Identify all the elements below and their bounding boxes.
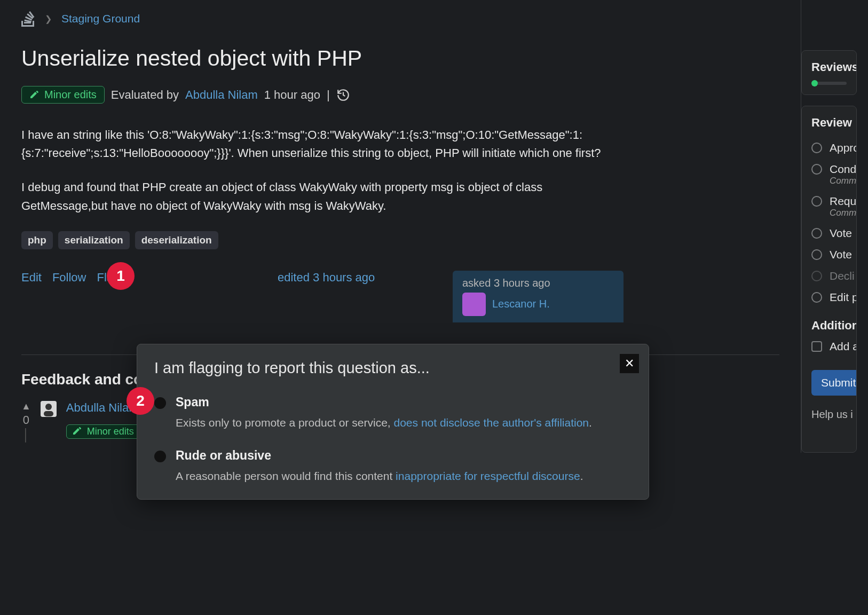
vote-line: │ <box>22 428 30 442</box>
chevron-right-icon: ❯ <box>45 14 52 24</box>
flag-opt-desc: A reasonable person would find this cont… <box>176 468 583 484</box>
history-icon[interactable] <box>336 88 350 102</box>
review-opt-request[interactable]: RequComm <box>811 195 847 218</box>
question-title: Unserialize nested object with PHP <box>21 45 779 72</box>
reviews-title: Reviews <box>811 60 847 74</box>
review-panel-title: Review <box>811 116 847 130</box>
close-button[interactable]: ✕ <box>620 354 639 373</box>
pencil-icon <box>72 427 82 436</box>
reviews-panel: Reviews <box>801 50 857 95</box>
review-opt-vote2[interactable]: Vote <box>811 248 847 261</box>
breadcrumb: ❯ Staging Ground <box>21 11 779 27</box>
right-sidebar: Reviews Review Appro CondComm RequComm V… <box>801 0 857 453</box>
review-opt-decline: Decli <box>811 270 847 282</box>
review-opt-conditional[interactable]: CondComm <box>811 163 847 186</box>
comment-badge: Minor edits <box>66 424 140 439</box>
user-card: asked 3 hours ago Lescanor H. <box>453 271 624 322</box>
flag-opt-title: Rude or abusive <box>176 448 583 463</box>
breadcrumb-link[interactable]: Staging Ground <box>61 12 140 25</box>
review-options-panel: Review Appro CondComm RequComm Vote Vote… <box>801 106 857 453</box>
evaluator-link[interactable]: Abdulla Nilam <box>185 88 258 102</box>
radio-icon[interactable] <box>154 451 166 462</box>
flag-dialog-heading: I am flagging to report this question as… <box>154 359 632 377</box>
pencil-icon <box>29 90 39 100</box>
flag-opt-title: Spam <box>176 395 592 409</box>
asked-label: asked 3 hours ago <box>462 277 614 289</box>
comment-badge-label: Minor edits <box>87 426 134 437</box>
edited-link[interactable]: edited 3 hours ago <box>210 271 442 285</box>
flag-opt-desc: Exists only to promote a product or serv… <box>176 415 592 430</box>
tag-serialization[interactable]: serialization <box>58 231 130 249</box>
progress-track <box>811 82 847 85</box>
asker-avatar[interactable] <box>462 293 486 316</box>
radio-icon[interactable] <box>154 397 166 409</box>
additional-add-checkbox[interactable]: Add a <box>811 340 847 353</box>
question-body-1: I have an string like this 'O:8:"WakyWak… <box>21 126 624 162</box>
additional-heading: Addition <box>811 319 847 333</box>
tags: php serialization deserialization <box>21 231 779 249</box>
tag-deserialization[interactable]: deserialization <box>135 231 218 249</box>
svg-point-1 <box>45 404 52 410</box>
badge-label: Minor edits <box>44 89 97 101</box>
flag-option-spam[interactable]: Spam Exists only to promote a product or… <box>154 395 632 430</box>
post-actions: Edit Follow Flag 1 edited 3 hours ago as… <box>21 271 624 322</box>
review-opt-vote1[interactable]: Vote <box>811 227 847 240</box>
flag-opt-link[interactable]: inappropriate for respectful discourse <box>396 470 580 482</box>
asker-link[interactable]: Lescanor H. <box>492 298 550 310</box>
annotation-2: 2 <box>127 387 154 415</box>
tag-php[interactable]: php <box>21 231 53 249</box>
minor-edits-badge: Minor edits <box>21 86 105 104</box>
vote-score: 0 <box>23 413 29 427</box>
flag-opt-link[interactable]: does not disclose the author's affiliati… <box>394 416 589 429</box>
submit-button[interactable]: Submit <box>811 370 857 396</box>
upvote-icon[interactable]: ▲ <box>21 401 31 412</box>
question-body-2: I debug and found that PHP create an obj… <box>21 178 624 215</box>
evaluated-prefix: Evaluated by <box>111 88 179 102</box>
evaluation-row: Minor edits Evaluated by Abdulla Nilam 1… <box>21 86 779 104</box>
vote-column: ▲ 0 │ <box>21 401 31 442</box>
review-opt-edit[interactable]: Edit p <box>811 291 847 304</box>
close-icon: ✕ <box>625 357 634 370</box>
review-opt-approve[interactable]: Appro <box>811 141 847 154</box>
evaluated-time: 1 hour ago <box>264 88 320 102</box>
help-text: Help us i <box>811 408 847 421</box>
edit-link[interactable]: Edit <box>21 271 42 285</box>
stackoverflow-logo-icon[interactable] <box>21 11 35 27</box>
svg-rect-2 <box>44 411 53 416</box>
review-option-list: Appro CondComm RequComm Vote Vote Decli … <box>811 141 847 304</box>
flag-dialog: 2 I am flagging to report this question … <box>137 344 649 500</box>
progress-dot <box>811 80 818 86</box>
annotation-1: 1 <box>107 262 135 290</box>
follow-link[interactable]: Follow <box>52 271 86 285</box>
comment-avatar[interactable] <box>41 401 57 417</box>
pipe: | <box>327 88 330 102</box>
flag-option-rude[interactable]: Rude or abusive A reasonable person woul… <box>154 448 632 484</box>
